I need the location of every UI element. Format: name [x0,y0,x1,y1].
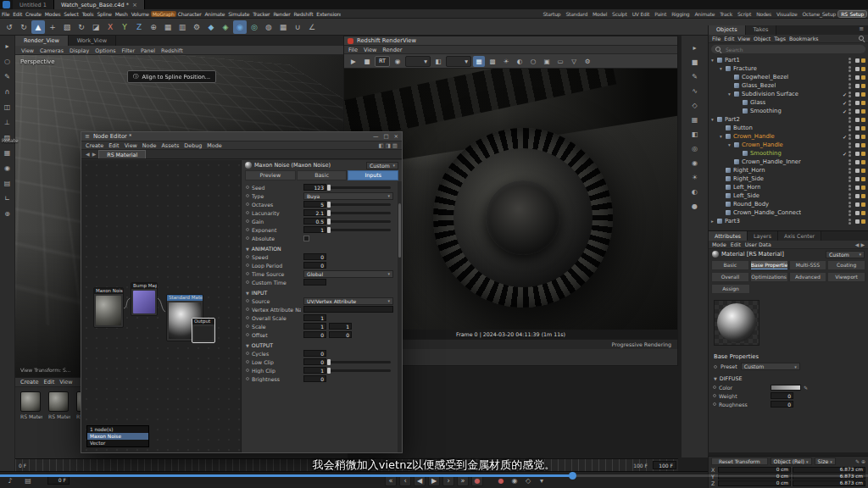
property-tab[interactable]: Multi-SSS [789,260,827,270]
preset-dropdown[interactable]: Custom▾ [741,363,800,370]
field-rail-icon[interactable]: ◎ [689,143,701,154]
param-dot-icon[interactable] [246,194,249,197]
menu-item[interactable]: Create [24,11,43,17]
material-menu-item[interactable]: Create [20,379,39,385]
param-dot-icon[interactable] [246,333,249,336]
close-icon[interactable]: × [132,2,137,8]
color-swatch[interactable] [771,385,801,391]
layout-item[interactable]: Nodes [754,11,774,17]
object-tree-row[interactable]: ▾ Crown_Handle ✓ [709,141,868,149]
param-dot-icon[interactable] [246,255,249,258]
subdiv-rail-icon[interactable]: ◇ [689,100,701,111]
dome-icon[interactable]: ◐ [514,56,526,67]
polygon-tag-icon[interactable] [855,135,860,139]
property-tab[interactable]: Base Properties [750,260,788,270]
z-axis-icon[interactable]: Z [132,20,146,34]
position-field[interactable]: 0 cm [718,480,791,486]
render-stop-icon[interactable]: ■ [361,56,373,67]
menu-item[interactable]: Simulate [226,11,251,17]
node-editor-menu-item[interactable]: Create [86,142,103,149]
node-editor-menu-item[interactable]: Assets [161,142,179,149]
camera-rail-icon[interactable]: ◉ [689,158,701,169]
layout-item[interactable]: Sculpt [609,11,630,17]
phong-tag-icon[interactable] [861,169,865,173]
layout-item[interactable]: RS_Setup [838,11,866,17]
node-editor-menu-item[interactable]: Mode [207,142,221,149]
phong-tag-icon[interactable] [861,211,865,215]
layout-item[interactable]: Track [717,11,735,17]
expand-arrow-icon[interactable]: ▸ [711,219,717,224]
render-settings-icon[interactable]: ⚙ [190,20,203,34]
array-rail-icon[interactable]: ▦ [689,114,701,125]
param-value-field[interactable]: 1 [303,323,326,330]
phong-tag-icon[interactable] [861,152,865,156]
param-slider[interactable] [329,203,391,206]
property-tab[interactable]: Advanced [789,272,827,282]
menu-item[interactable]: Spline [95,11,113,17]
object-tree-row[interactable]: ▾ Part1 ✓ [709,56,868,64]
param-dot-icon[interactable] [246,236,249,240]
object-menu-item[interactable]: Edit [724,36,734,42]
history-nav-icons[interactable]: ◀ ▶ [855,241,865,247]
object-tree-row[interactable]: Cogwheel_Bezel ✓ [709,73,868,81]
property-tab[interactable]: Viewport [827,272,865,282]
menu-item[interactable]: Render [271,11,292,17]
enabled-check-icon[interactable]: ✓ [843,100,847,106]
polygon-tag-icon[interactable] [855,92,860,97]
object-tree-row[interactable]: Right_Horn ✓ [709,166,868,175]
object-tree-row[interactable]: Glass_Bezel ✓ [709,81,868,90]
fields-icon[interactable]: ◎ [248,20,261,34]
crop-icon[interactable]: ▭ [554,56,566,67]
node-editor-menu-item[interactable]: View [125,142,137,149]
expand-arrow-icon[interactable]: ▾ [711,58,717,63]
material-rail-icon[interactable]: ● [689,201,701,212]
polygon-tag-icon[interactable] [855,118,860,122]
scale-tool-icon[interactable]: ▧ [60,20,74,34]
visibility-dots-icon[interactable] [849,142,851,148]
param-dot-icon[interactable] [246,219,249,223]
property-tab[interactable]: Basic [711,260,749,270]
param-dropdown[interactable]: UV/Vertex Attribute▾ [303,297,393,305]
param-slider[interactable] [329,361,391,363]
menu-item[interactable]: Redshift [292,11,315,17]
minimize-button[interactable]: — [373,133,379,140]
phong-tag-icon[interactable] [861,219,865,224]
object-tree-row[interactable]: Round_Body ✓ [709,200,868,208]
material-tab[interactable]: RS Material [98,150,146,158]
coord-system-icon[interactable]: ⊕ [147,20,160,34]
object-tree-row[interactable]: ▸ Part3 ✓ [709,217,868,225]
snap-rail-icon[interactable]: ◉ [2,163,14,174]
workplane-rail-icon[interactable]: ▦ [2,147,14,158]
expand-arrow-icon[interactable]: ▾ [711,117,717,122]
inspector-tab[interactable]: Basic [297,170,348,180]
object-manager-tab[interactable]: Objects [709,25,746,35]
param-value-field[interactable]: 0 [303,253,326,260]
attribute-tab[interactable]: Axis Center [778,231,821,241]
layout-item[interactable]: Model [590,11,609,17]
param-value-field[interactable] [303,279,326,286]
property-tab[interactable]: Overall [711,272,749,282]
object-tree-row[interactable]: ▾ Part2 ✓ [709,115,868,124]
param-dot-icon[interactable] [246,324,249,328]
object-menu-item[interactable]: Tags [774,36,786,42]
param-dot-icon[interactable] [246,202,249,206]
enabled-check-icon[interactable]: ✓ [843,92,847,97]
attribute-menu-item[interactable]: Mode [712,241,726,247]
menu-item[interactable]: Tracker [251,11,271,17]
grid-rail-icon[interactable]: ▤ [2,178,14,189]
section-header[interactable]: ▼ ANIMATION [242,242,398,252]
param-value2-field[interactable]: 0 [329,331,352,338]
param-dot-icon[interactable] [246,272,249,275]
render-view-icon[interactable]: ▦ [161,20,175,34]
material-menu-item[interactable]: View [59,379,72,385]
viewport-tab[interactable]: Render_View [15,36,69,46]
material-preview-sphere[interactable] [714,300,760,346]
phong-tag-icon[interactable] [861,58,865,63]
param-value-field[interactable]: 0 [303,375,326,382]
param-dot-icon[interactable] [246,377,249,380]
polygon-tag-icon[interactable] [855,202,860,207]
section-header[interactable]: ▼ INPUT [242,286,398,297]
param-slider[interactable] [329,229,391,231]
phong-tag-icon[interactable] [861,202,865,207]
param-value-field[interactable]: 0 [771,392,793,399]
